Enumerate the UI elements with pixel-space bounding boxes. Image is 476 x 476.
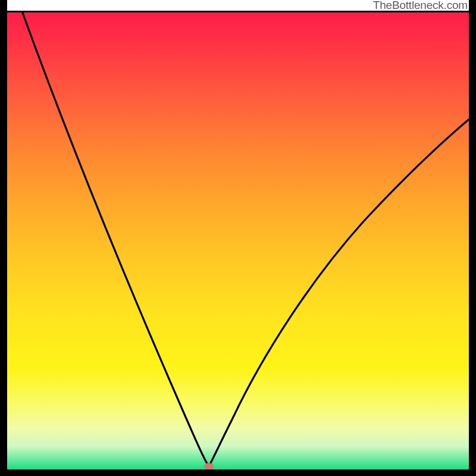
curve-path — [21, 12, 469, 466]
frame-left — [0, 0, 7, 476]
chart-container: TheBottleneck.com — [0, 0, 476, 476]
watermark-text: TheBottleneck.com — [373, 0, 468, 12]
frame-bottom — [0, 469, 476, 476]
gradient-plot-area — [7, 12, 469, 469]
frame-right — [469, 0, 476, 476]
bottleneck-curve — [7, 12, 469, 469]
